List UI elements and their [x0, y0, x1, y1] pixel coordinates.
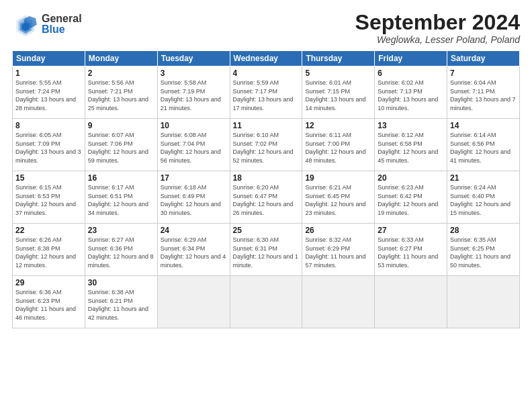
calendar-empty-cell — [157, 276, 230, 328]
calendar-header-row: SundayMondayTuesdayWednesdayThursdayFrid… — [13, 51, 520, 66]
calendar-empty-cell — [302, 276, 375, 328]
day-number: 28 — [450, 226, 517, 235]
calendar-day-6: 6 Sunrise: 6:02 AM Sunset: 7:13 PM Dayli… — [375, 66, 447, 119]
day-number: 9 — [88, 121, 154, 130]
day-number: 6 — [378, 68, 444, 78]
calendar-page: General Blue September 2024 Weglowka, Le… — [0, 0, 532, 411]
day-detail: Sunrise: 5:55 AM Sunset: 7:24 PM Dayligh… — [15, 79, 82, 112]
day-detail: Sunrise: 6:18 AM Sunset: 6:49 PM Dayligh… — [161, 183, 227, 217]
calendar-day-3: 3 Sunrise: 5:58 AM Sunset: 7:19 PM Dayli… — [157, 66, 230, 119]
calendar-week-3: 15 Sunrise: 6:15 AM Sunset: 6:53 PM Dayl… — [13, 171, 520, 224]
calendar-day-11: 11 Sunrise: 6:10 AM Sunset: 7:02 PM Dayl… — [230, 119, 302, 171]
day-number: 30 — [88, 278, 154, 287]
day-detail: Sunrise: 6:29 AM Sunset: 6:34 PM Dayligh… — [161, 236, 227, 269]
day-number: 25 — [233, 226, 300, 235]
logo: General Blue — [12, 11, 82, 38]
day-number: 12 — [305, 121, 371, 130]
day-detail: Sunrise: 6:04 AM Sunset: 7:11 PM Dayligh… — [450, 79, 517, 112]
calendar-day-8: 8 Sunrise: 6:05 AM Sunset: 7:09 PM Dayli… — [13, 119, 85, 171]
day-number: 17 — [161, 173, 227, 183]
day-detail: Sunrise: 6:07 AM Sunset: 7:06 PM Dayligh… — [88, 131, 154, 165]
day-number: 23 — [88, 226, 154, 235]
calendar-day-28: 28 Sunrise: 6:35 AM Sunset: 6:25 PM Dayl… — [447, 224, 520, 276]
day-number: 29 — [15, 278, 82, 287]
calendar-day-17: 17 Sunrise: 6:18 AM Sunset: 6:49 PM Dayl… — [157, 171, 230, 224]
calendar-day-5: 5 Sunrise: 6:01 AM Sunset: 7:15 PM Dayli… — [302, 66, 375, 119]
calendar-day-12: 12 Sunrise: 6:11 AM Sunset: 7:00 PM Dayl… — [302, 119, 375, 171]
day-detail: Sunrise: 6:20 AM Sunset: 6:47 PM Dayligh… — [233, 183, 300, 217]
day-number: 8 — [15, 121, 82, 130]
day-detail: Sunrise: 6:32 AM Sunset: 6:29 PM Dayligh… — [305, 236, 371, 269]
day-detail: Sunrise: 6:30 AM Sunset: 6:31 PM Dayligh… — [233, 236, 300, 269]
day-detail: Sunrise: 6:01 AM Sunset: 7:15 PM Dayligh… — [305, 79, 371, 112]
day-detail: Sunrise: 6:35 AM Sunset: 6:25 PM Dayligh… — [450, 236, 517, 269]
day-detail: Sunrise: 6:21 AM Sunset: 6:45 PM Dayligh… — [305, 183, 371, 217]
day-header-friday: Friday — [375, 51, 447, 66]
calendar-day-24: 24 Sunrise: 6:29 AM Sunset: 6:34 PM Dayl… — [157, 224, 230, 276]
calendar-day-20: 20 Sunrise: 6:23 AM Sunset: 6:42 PM Dayl… — [375, 171, 447, 224]
day-detail: Sunrise: 6:10 AM Sunset: 7:02 PM Dayligh… — [233, 131, 300, 165]
calendar-day-7: 7 Sunrise: 6:04 AM Sunset: 7:11 PM Dayli… — [447, 66, 520, 119]
calendar-day-2: 2 Sunrise: 5:56 AM Sunset: 7:21 PM Dayli… — [85, 66, 157, 119]
calendar-week-4: 22 Sunrise: 6:26 AM Sunset: 6:38 PM Dayl… — [13, 224, 520, 276]
day-detail: Sunrise: 6:14 AM Sunset: 6:56 PM Dayligh… — [450, 131, 517, 165]
calendar-day-15: 15 Sunrise: 6:15 AM Sunset: 6:53 PM Dayl… — [13, 171, 85, 224]
title-block: September 2024 Weglowka, Lesser Poland, … — [355, 11, 520, 45]
logo-general: General — [42, 13, 82, 24]
calendar-day-16: 16 Sunrise: 6:17 AM Sunset: 6:51 PM Dayl… — [85, 171, 157, 224]
day-number: 7 — [450, 68, 517, 78]
day-header-thursday: Thursday — [302, 51, 375, 66]
calendar-day-4: 4 Sunrise: 5:59 AM Sunset: 7:17 PM Dayli… — [230, 66, 302, 119]
day-header-tuesday: Tuesday — [157, 51, 230, 66]
page-header: General Blue September 2024 Weglowka, Le… — [12, 11, 520, 45]
day-number: 21 — [450, 173, 517, 183]
day-number: 24 — [161, 226, 227, 235]
calendar-day-10: 10 Sunrise: 6:08 AM Sunset: 7:04 PM Dayl… — [157, 119, 230, 171]
day-header-monday: Monday — [85, 51, 157, 66]
day-header-sunday: Sunday — [13, 51, 85, 66]
day-number: 14 — [450, 121, 517, 130]
calendar-day-21: 21 Sunrise: 6:24 AM Sunset: 6:40 PM Dayl… — [447, 171, 520, 224]
day-detail: Sunrise: 6:15 AM Sunset: 6:53 PM Dayligh… — [15, 183, 82, 217]
day-header-saturday: Saturday — [447, 51, 520, 66]
day-detail: Sunrise: 6:38 AM Sunset: 6:21 PM Dayligh… — [88, 288, 154, 322]
calendar-day-25: 25 Sunrise: 6:30 AM Sunset: 6:31 PM Dayl… — [230, 224, 302, 276]
day-number: 13 — [378, 121, 444, 130]
day-detail: Sunrise: 6:27 AM Sunset: 6:36 PM Dayligh… — [88, 236, 154, 269]
day-header-wednesday: Wednesday — [230, 51, 302, 66]
calendar-day-22: 22 Sunrise: 6:26 AM Sunset: 6:38 PM Dayl… — [13, 224, 85, 276]
calendar-day-29: 29 Sunrise: 6:36 AM Sunset: 6:23 PM Dayl… — [13, 276, 85, 328]
day-number: 3 — [161, 68, 227, 78]
logo-text: General Blue — [42, 13, 82, 35]
day-number: 26 — [305, 226, 371, 235]
calendar-day-13: 13 Sunrise: 6:12 AM Sunset: 6:58 PM Dayl… — [375, 119, 447, 171]
day-detail: Sunrise: 6:17 AM Sunset: 6:51 PM Dayligh… — [88, 183, 154, 217]
day-number: 22 — [15, 226, 82, 235]
location-subtitle: Weglowka, Lesser Poland, Poland — [355, 34, 520, 45]
day-number: 11 — [233, 121, 300, 130]
month-title: September 2024 — [355, 11, 520, 34]
calendar-week-2: 8 Sunrise: 6:05 AM Sunset: 7:09 PM Dayli… — [13, 119, 520, 171]
calendar-week-1: 1 Sunrise: 5:55 AM Sunset: 7:24 PM Dayli… — [13, 66, 520, 119]
day-detail: Sunrise: 6:11 AM Sunset: 7:00 PM Dayligh… — [305, 131, 371, 165]
day-detail: Sunrise: 6:26 AM Sunset: 6:38 PM Dayligh… — [15, 236, 82, 269]
day-detail: Sunrise: 6:24 AM Sunset: 6:40 PM Dayligh… — [450, 183, 517, 217]
day-detail: Sunrise: 6:23 AM Sunset: 6:42 PM Dayligh… — [378, 183, 444, 217]
logo-blue: Blue — [42, 24, 82, 35]
calendar-day-19: 19 Sunrise: 6:21 AM Sunset: 6:45 PM Dayl… — [302, 171, 375, 224]
day-number: 5 — [305, 68, 371, 78]
day-number: 10 — [161, 121, 227, 130]
day-detail: Sunrise: 5:56 AM Sunset: 7:21 PM Dayligh… — [88, 79, 154, 112]
calendar-day-9: 9 Sunrise: 6:07 AM Sunset: 7:06 PM Dayli… — [85, 119, 157, 171]
calendar-day-26: 26 Sunrise: 6:32 AM Sunset: 6:29 PM Dayl… — [302, 224, 375, 276]
calendar-day-30: 30 Sunrise: 6:38 AM Sunset: 6:21 PM Dayl… — [85, 276, 157, 328]
day-number: 19 — [305, 173, 371, 183]
calendar-day-27: 27 Sunrise: 6:33 AM Sunset: 6:27 PM Dayl… — [375, 224, 447, 276]
logo-icon — [12, 11, 39, 38]
day-detail: Sunrise: 6:05 AM Sunset: 7:09 PM Dayligh… — [15, 131, 82, 165]
calendar-week-5: 29 Sunrise: 6:36 AM Sunset: 6:23 PM Dayl… — [13, 276, 520, 328]
day-number: 2 — [88, 68, 154, 78]
calendar-day-1: 1 Sunrise: 5:55 AM Sunset: 7:24 PM Dayli… — [13, 66, 85, 119]
day-number: 16 — [88, 173, 154, 183]
day-detail: Sunrise: 5:58 AM Sunset: 7:19 PM Dayligh… — [161, 79, 227, 112]
